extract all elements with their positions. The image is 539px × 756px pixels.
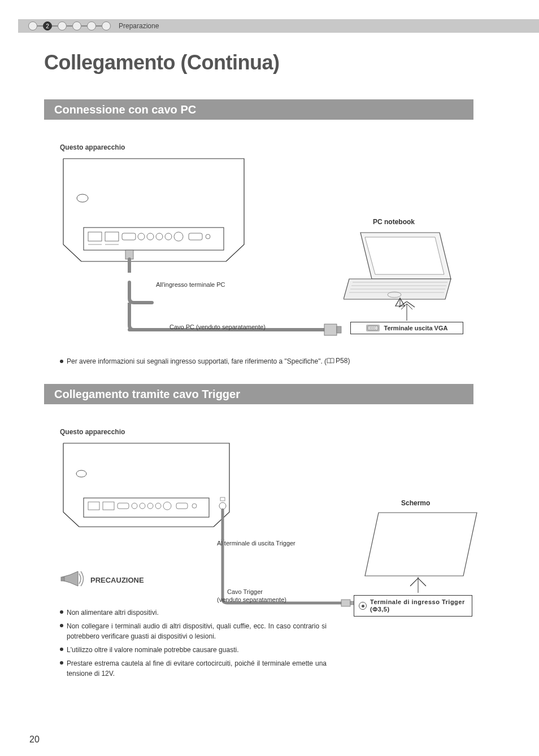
svg-point-46 [140, 503, 145, 509]
pc-terminal-callout: All'ingresso terminale PC [156, 281, 225, 288]
step-5-circle [87, 21, 96, 30]
step-2-circle: 2 [43, 21, 52, 30]
step-line [96, 25, 102, 27]
svg-rect-42 [88, 502, 99, 510]
trigger-jack-icon [359, 602, 367, 610]
step-4-circle [72, 21, 81, 30]
svg-rect-1 [84, 228, 224, 250]
step-3-circle [58, 21, 67, 30]
svg-point-31 [373, 326, 373, 327]
vga-terminal-callout-box: Terminale uscita VGA [350, 322, 463, 334]
bullet-icon [60, 360, 63, 363]
svg-point-39 [375, 329, 375, 329]
breadcrumb-label: Preparazione [119, 22, 159, 30]
bullet-icon [60, 661, 63, 665]
step-line [67, 25, 72, 27]
step-6-circle [102, 21, 111, 30]
step-line [52, 25, 58, 27]
svg-rect-20 [337, 326, 341, 333]
step-1-circle [28, 21, 37, 30]
book-icon [327, 358, 334, 364]
warning-text: L'utilizzo oltre il valore nominale potr… [67, 645, 238, 655]
section-heading-pc: Connessione con cavo PC [44, 99, 473, 120]
svg-point-32 [375, 326, 375, 327]
svg-rect-50 [176, 503, 188, 509]
laptop-label: PC notebook [373, 218, 415, 226]
warning-text: Non alimentare altri dispositivi. [67, 608, 159, 618]
svg-rect-28 [368, 326, 378, 330]
svg-point-38 [373, 329, 373, 329]
step-indicator: 2 [28, 21, 111, 30]
svg-point-54 [76, 470, 86, 477]
svg-point-29 [370, 326, 370, 327]
laptop-to-vga-arrow [395, 301, 418, 324]
svg-point-51 [192, 504, 197, 508]
bullet-icon [60, 648, 63, 651]
projector-diagram-2 [59, 439, 234, 540]
projection-screen-icon [362, 508, 480, 593]
bullet-icon [60, 610, 63, 614]
screen-label: Schermo [401, 499, 430, 507]
trigger-in-text: Terminale di ingresso Trigger (Φ3,5) [370, 598, 467, 613]
page-ref: P58) [327, 357, 350, 365]
page-number: 20 [29, 735, 40, 745]
svg-point-7 [156, 233, 163, 240]
trigger-in-callout-box: Terminale di ingresso Trigger (Φ3,5) [354, 595, 472, 617]
svg-rect-4 [122, 233, 136, 240]
warning-item-1: Non alimentare altri dispositivi. [60, 608, 359, 618]
warning-item-2: Non collegare i terminali audio di altri… [60, 621, 359, 641]
svg-point-36 [370, 329, 370, 329]
svg-rect-43 [103, 502, 114, 510]
warning-text: Prestare estrema cautela al fine di evit… [67, 658, 327, 679]
svg-point-30 [371, 326, 372, 327]
caution-label: PRECAUZIONE [90, 576, 144, 584]
bullet-icon [60, 624, 63, 627]
svg-point-34 [372, 327, 372, 328]
svg-point-5 [138, 233, 145, 240]
step-line [81, 25, 87, 27]
svg-rect-41 [84, 498, 209, 517]
device-label-1: Questo apparecchio [60, 143, 125, 151]
vga-port-icon [366, 325, 380, 331]
svg-rect-61 [61, 577, 64, 581]
page-title: Collegamento (Continua) [44, 51, 279, 75]
page-ref-text: P58) [336, 357, 350, 365]
svg-point-9 [174, 232, 183, 241]
svg-rect-10 [189, 233, 202, 240]
svg-rect-3 [105, 232, 119, 241]
svg-rect-57 [341, 600, 350, 606]
projector-diagram-1 [59, 154, 251, 273]
svg-point-47 [147, 503, 153, 509]
pc-specs-note: Per avere informazioni sui segnali ingre… [60, 357, 472, 365]
note-text-main: Per avere informazioni sui segnali ingre… [67, 357, 327, 365]
laptop-icon [344, 228, 457, 307]
svg-point-45 [132, 503, 137, 509]
vga-terminal-text: Terminale uscita VGA [384, 325, 448, 331]
svg-rect-2 [88, 232, 102, 241]
megaphone-icon [60, 569, 85, 591]
trigger-cable-label-b: (venduto separatamente) [217, 596, 286, 603]
svg-point-37 [371, 329, 372, 329]
svg-point-8 [165, 233, 172, 240]
pc-cable-callout: Cavo PC (venduto separatamente) [169, 324, 266, 330]
trigger-cable-label-a: Cavo Trigger [227, 588, 263, 595]
step-line [37, 25, 43, 27]
warning-text: Non collegare i terminali audio di altri… [67, 621, 327, 641]
svg-rect-44 [118, 503, 129, 509]
svg-point-6 [147, 233, 154, 240]
svg-point-49 [163, 502, 171, 510]
svg-rect-53 [220, 497, 225, 501]
header-bar: 2 Preparazione [18, 19, 539, 33]
svg-point-11 [206, 234, 210, 239]
warning-item-4: Prestare estrema cautela al fine di evit… [60, 658, 359, 679]
svg-point-33 [370, 327, 371, 328]
svg-point-35 [373, 327, 374, 328]
note-text: Per avere informazioni sui segnali ingre… [67, 357, 350, 365]
svg-point-48 [155, 503, 161, 509]
trigger-out-callout: Al terminale di uscita Trigger [217, 540, 295, 547]
caution-box: PRECAUZIONE [60, 569, 144, 591]
device-label-2: Questo apparecchio [60, 428, 125, 436]
warning-item-3: L'utilizzo oltre il valore nominale potr… [60, 645, 359, 655]
svg-point-52 [219, 502, 226, 509]
svg-rect-19 [324, 324, 337, 335]
